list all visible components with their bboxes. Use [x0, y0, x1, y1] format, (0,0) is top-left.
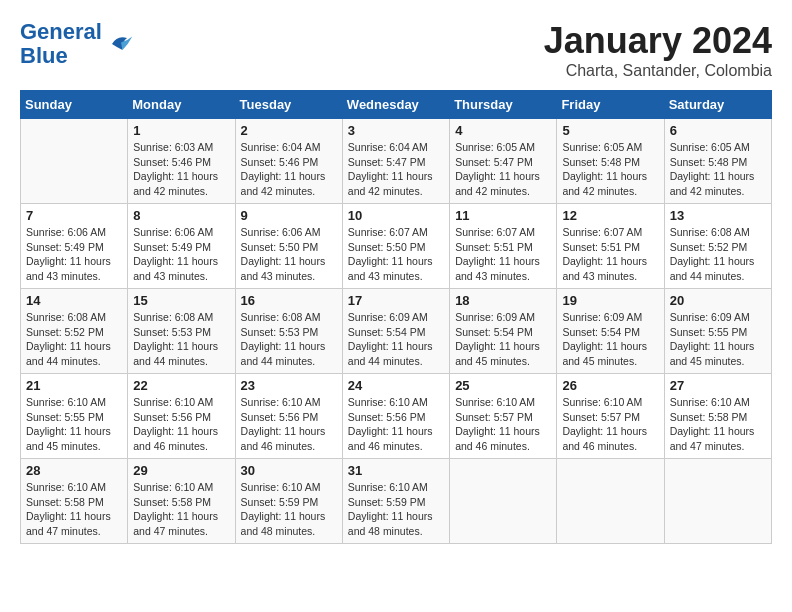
- calendar-cell: [557, 459, 664, 544]
- day-number: 20: [670, 293, 766, 308]
- day-info: Sunrise: 6:10 AMSunset: 5:59 PMDaylight:…: [241, 480, 337, 539]
- header-cell-sunday: Sunday: [21, 91, 128, 119]
- header-cell-tuesday: Tuesday: [235, 91, 342, 119]
- day-number: 17: [348, 293, 444, 308]
- day-info: Sunrise: 6:10 AMSunset: 5:55 PMDaylight:…: [26, 395, 122, 454]
- calendar-cell: 30Sunrise: 6:10 AMSunset: 5:59 PMDayligh…: [235, 459, 342, 544]
- calendar-cell: 13Sunrise: 6:08 AMSunset: 5:52 PMDayligh…: [664, 204, 771, 289]
- day-info: Sunrise: 6:08 AMSunset: 5:52 PMDaylight:…: [26, 310, 122, 369]
- day-number: 11: [455, 208, 551, 223]
- calendar-cell: 31Sunrise: 6:10 AMSunset: 5:59 PMDayligh…: [342, 459, 449, 544]
- day-info: Sunrise: 6:06 AMSunset: 5:50 PMDaylight:…: [241, 225, 337, 284]
- day-info: Sunrise: 6:10 AMSunset: 5:56 PMDaylight:…: [241, 395, 337, 454]
- day-number: 8: [133, 208, 229, 223]
- calendar-cell: 21Sunrise: 6:10 AMSunset: 5:55 PMDayligh…: [21, 374, 128, 459]
- calendar-cell: 9Sunrise: 6:06 AMSunset: 5:50 PMDaylight…: [235, 204, 342, 289]
- day-number: 27: [670, 378, 766, 393]
- logo-blue: Blue: [20, 43, 68, 68]
- week-row-1: 1Sunrise: 6:03 AMSunset: 5:46 PMDaylight…: [21, 119, 772, 204]
- day-number: 26: [562, 378, 658, 393]
- header-row: SundayMondayTuesdayWednesdayThursdayFrid…: [21, 91, 772, 119]
- calendar-cell: 26Sunrise: 6:10 AMSunset: 5:57 PMDayligh…: [557, 374, 664, 459]
- day-number: 21: [26, 378, 122, 393]
- logo-bird-icon: [106, 29, 136, 59]
- day-number: 25: [455, 378, 551, 393]
- day-number: 6: [670, 123, 766, 138]
- calendar-body: 1Sunrise: 6:03 AMSunset: 5:46 PMDaylight…: [21, 119, 772, 544]
- day-number: 13: [670, 208, 766, 223]
- calendar-cell: 20Sunrise: 6:09 AMSunset: 5:55 PMDayligh…: [664, 289, 771, 374]
- day-number: 19: [562, 293, 658, 308]
- page-header: General Blue January 2024 Charta, Santan…: [20, 20, 772, 80]
- day-info: Sunrise: 6:07 AMSunset: 5:51 PMDaylight:…: [455, 225, 551, 284]
- day-info: Sunrise: 6:10 AMSunset: 5:56 PMDaylight:…: [133, 395, 229, 454]
- day-number: 24: [348, 378, 444, 393]
- day-number: 15: [133, 293, 229, 308]
- calendar-cell: 29Sunrise: 6:10 AMSunset: 5:58 PMDayligh…: [128, 459, 235, 544]
- calendar-cell: 23Sunrise: 6:10 AMSunset: 5:56 PMDayligh…: [235, 374, 342, 459]
- day-info: Sunrise: 6:10 AMSunset: 5:57 PMDaylight:…: [455, 395, 551, 454]
- calendar-cell: 5Sunrise: 6:05 AMSunset: 5:48 PMDaylight…: [557, 119, 664, 204]
- week-row-5: 28Sunrise: 6:10 AMSunset: 5:58 PMDayligh…: [21, 459, 772, 544]
- day-info: Sunrise: 6:09 AMSunset: 5:54 PMDaylight:…: [455, 310, 551, 369]
- calendar-cell: 19Sunrise: 6:09 AMSunset: 5:54 PMDayligh…: [557, 289, 664, 374]
- calendar-cell: [450, 459, 557, 544]
- calendar-cell: 17Sunrise: 6:09 AMSunset: 5:54 PMDayligh…: [342, 289, 449, 374]
- day-number: 31: [348, 463, 444, 478]
- calendar-header: SundayMondayTuesdayWednesdayThursdayFrid…: [21, 91, 772, 119]
- calendar-cell: 14Sunrise: 6:08 AMSunset: 5:52 PMDayligh…: [21, 289, 128, 374]
- day-info: Sunrise: 6:04 AMSunset: 5:46 PMDaylight:…: [241, 140, 337, 199]
- day-number: 14: [26, 293, 122, 308]
- day-info: Sunrise: 6:10 AMSunset: 5:58 PMDaylight:…: [26, 480, 122, 539]
- day-info: Sunrise: 6:07 AMSunset: 5:50 PMDaylight:…: [348, 225, 444, 284]
- page-subtitle: Charta, Santander, Colombia: [544, 62, 772, 80]
- calendar-cell: 18Sunrise: 6:09 AMSunset: 5:54 PMDayligh…: [450, 289, 557, 374]
- day-number: 12: [562, 208, 658, 223]
- day-info: Sunrise: 6:04 AMSunset: 5:47 PMDaylight:…: [348, 140, 444, 199]
- day-info: Sunrise: 6:08 AMSunset: 5:52 PMDaylight:…: [670, 225, 766, 284]
- day-number: 7: [26, 208, 122, 223]
- day-info: Sunrise: 6:10 AMSunset: 5:57 PMDaylight:…: [562, 395, 658, 454]
- day-info: Sunrise: 6:09 AMSunset: 5:55 PMDaylight:…: [670, 310, 766, 369]
- calendar-cell: 11Sunrise: 6:07 AMSunset: 5:51 PMDayligh…: [450, 204, 557, 289]
- calendar-cell: 3Sunrise: 6:04 AMSunset: 5:47 PMDaylight…: [342, 119, 449, 204]
- calendar-cell: 27Sunrise: 6:10 AMSunset: 5:58 PMDayligh…: [664, 374, 771, 459]
- calendar-cell: 1Sunrise: 6:03 AMSunset: 5:46 PMDaylight…: [128, 119, 235, 204]
- logo: General Blue: [20, 20, 136, 68]
- header-cell-monday: Monday: [128, 91, 235, 119]
- calendar-cell: 12Sunrise: 6:07 AMSunset: 5:51 PMDayligh…: [557, 204, 664, 289]
- title-block: January 2024 Charta, Santander, Colombia: [544, 20, 772, 80]
- week-row-2: 7Sunrise: 6:06 AMSunset: 5:49 PMDaylight…: [21, 204, 772, 289]
- day-number: 30: [241, 463, 337, 478]
- day-info: Sunrise: 6:10 AMSunset: 5:56 PMDaylight:…: [348, 395, 444, 454]
- day-number: 28: [26, 463, 122, 478]
- day-info: Sunrise: 6:05 AMSunset: 5:48 PMDaylight:…: [670, 140, 766, 199]
- calendar-cell: [664, 459, 771, 544]
- day-info: Sunrise: 6:10 AMSunset: 5:58 PMDaylight:…: [133, 480, 229, 539]
- calendar-cell: 28Sunrise: 6:10 AMSunset: 5:58 PMDayligh…: [21, 459, 128, 544]
- header-cell-thursday: Thursday: [450, 91, 557, 119]
- day-number: 3: [348, 123, 444, 138]
- calendar-cell: 25Sunrise: 6:10 AMSunset: 5:57 PMDayligh…: [450, 374, 557, 459]
- day-number: 5: [562, 123, 658, 138]
- calendar-cell: 4Sunrise: 6:05 AMSunset: 5:47 PMDaylight…: [450, 119, 557, 204]
- day-number: 10: [348, 208, 444, 223]
- day-number: 4: [455, 123, 551, 138]
- logo-general: General: [20, 19, 102, 44]
- day-number: 9: [241, 208, 337, 223]
- calendar-cell: 7Sunrise: 6:06 AMSunset: 5:49 PMDaylight…: [21, 204, 128, 289]
- page-title: January 2024: [544, 20, 772, 62]
- calendar-table: SundayMondayTuesdayWednesdayThursdayFrid…: [20, 90, 772, 544]
- day-info: Sunrise: 6:08 AMSunset: 5:53 PMDaylight:…: [133, 310, 229, 369]
- calendar-cell: 24Sunrise: 6:10 AMSunset: 5:56 PMDayligh…: [342, 374, 449, 459]
- calendar-cell: 2Sunrise: 6:04 AMSunset: 5:46 PMDaylight…: [235, 119, 342, 204]
- day-info: Sunrise: 6:08 AMSunset: 5:53 PMDaylight:…: [241, 310, 337, 369]
- day-number: 29: [133, 463, 229, 478]
- calendar-cell: 6Sunrise: 6:05 AMSunset: 5:48 PMDaylight…: [664, 119, 771, 204]
- day-number: 18: [455, 293, 551, 308]
- day-info: Sunrise: 6:07 AMSunset: 5:51 PMDaylight:…: [562, 225, 658, 284]
- day-info: Sunrise: 6:10 AMSunset: 5:58 PMDaylight:…: [670, 395, 766, 454]
- day-number: 1: [133, 123, 229, 138]
- calendar-cell: 22Sunrise: 6:10 AMSunset: 5:56 PMDayligh…: [128, 374, 235, 459]
- logo-text: General Blue: [20, 20, 102, 68]
